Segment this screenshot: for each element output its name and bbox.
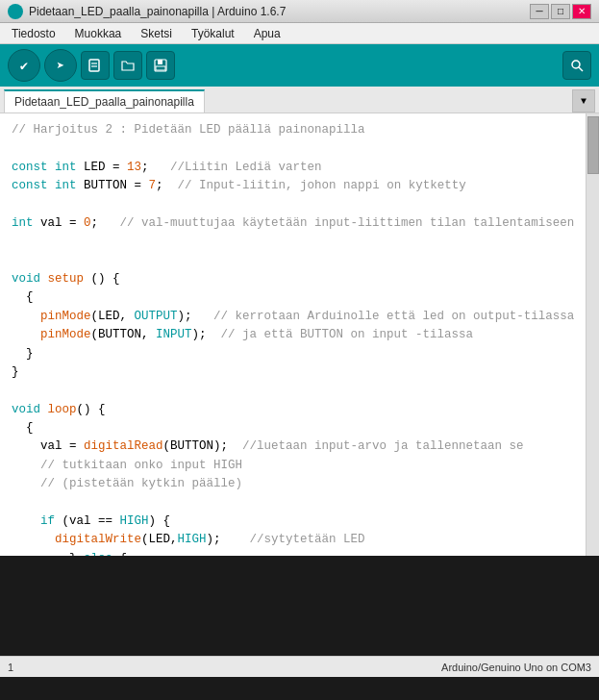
- title-bar: Pidetaan_LED_paalla_painonapilla | Ardui…: [0, 0, 599, 23]
- window-controls: ─ □ ✕: [530, 4, 591, 19]
- status-bar: 1 Arduino/Genuino Uno on COM3: [0, 656, 599, 677]
- svg-rect-4: [158, 60, 162, 64]
- svg-rect-5: [156, 66, 165, 70]
- svg-point-6: [572, 61, 580, 68]
- active-tab[interactable]: Pidetaan_LED_paalla_painonapilla: [4, 89, 205, 112]
- menu-muokkaa[interactable]: Muokkaa: [71, 25, 126, 42]
- search-button[interactable]: [562, 51, 591, 80]
- code-content: // Harjoitus 2 : Pidetään LED päällä pai…: [12, 121, 574, 556]
- scrollbar-thumb[interactable]: [587, 116, 599, 174]
- svg-line-7: [579, 67, 583, 71]
- tab-bar: Pidetaan_LED_paalla_painonapilla ▼: [0, 87, 599, 113]
- tab-dropdown[interactable]: ▼: [572, 89, 595, 112]
- close-button[interactable]: ✕: [572, 4, 591, 19]
- toolbar: ✔ ➤: [0, 44, 599, 87]
- verify-button[interactable]: ✔: [8, 49, 40, 82]
- open-button[interactable]: [113, 51, 142, 80]
- menu-apua[interactable]: Apua: [250, 25, 285, 42]
- app-icon: [8, 4, 23, 19]
- menu-tyokalut[interactable]: Työkalut: [187, 25, 238, 42]
- code-area[interactable]: // Harjoitus 2 : Pidetään LED päällä pai…: [0, 113, 599, 556]
- save-button[interactable]: [146, 51, 175, 80]
- scrollbar[interactable]: [586, 113, 599, 556]
- menu-bar: Tiedosto Muokkaa Sketsi Työkalut Apua: [0, 23, 599, 44]
- menu-tiedosto[interactable]: Tiedosto: [8, 25, 60, 42]
- menu-sketsi[interactable]: Sketsi: [137, 25, 176, 42]
- board-info: Arduino/Genuino Uno on COM3: [441, 662, 591, 673]
- console-area: [0, 556, 599, 656]
- new-button[interactable]: [81, 51, 110, 80]
- svg-rect-0: [89, 60, 99, 71]
- upload-button[interactable]: ➤: [44, 49, 77, 82]
- minimize-button[interactable]: ─: [530, 4, 549, 19]
- code-scroll[interactable]: // Harjoitus 2 : Pidetään LED päällä pai…: [0, 113, 586, 556]
- title-bar-text: Pidetaan_LED_paalla_painonapilla | Ardui…: [29, 5, 530, 18]
- maximize-button[interactable]: □: [551, 4, 570, 19]
- line-number: 1: [8, 662, 13, 673]
